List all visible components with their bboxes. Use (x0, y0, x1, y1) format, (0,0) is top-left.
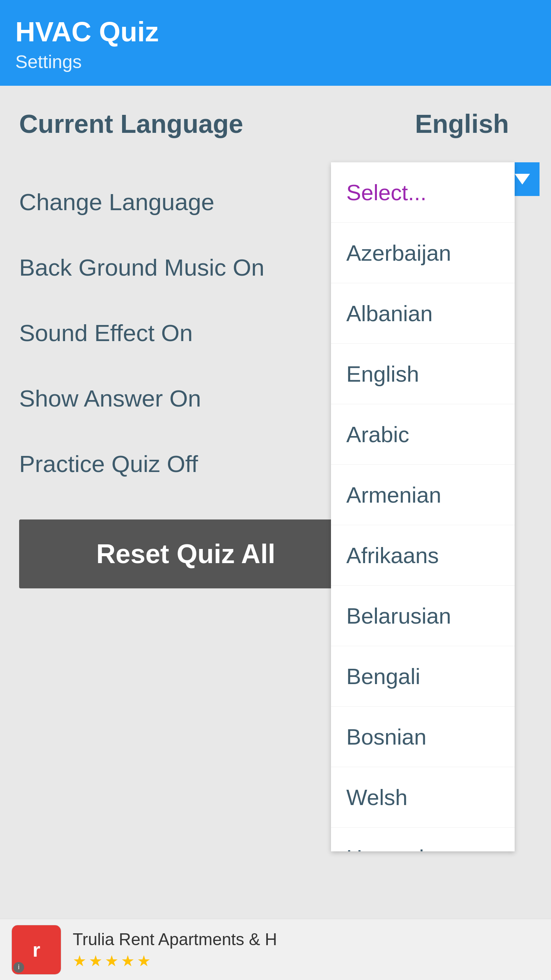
star-3: ★ (105, 952, 119, 970)
dropdown-option-hungarian[interactable]: Hungarian (331, 828, 515, 851)
chevron-down-icon (515, 174, 530, 185)
app-header: HVAC Quiz Settings (0, 0, 551, 86)
dropdown-option-bosnian[interactable]: Bosnian (331, 707, 515, 767)
dropdown-option-albanian[interactable]: Albanian (331, 283, 515, 344)
dropdown-option-english[interactable]: English (331, 344, 515, 404)
dropdown-option-azerbaijan[interactable]: Azerbaijan (331, 223, 515, 283)
reset-quiz-button[interactable]: Reset Quiz All (19, 519, 352, 588)
ad-title: Trulia Rent Apartments & H (73, 930, 540, 949)
dropdown-option-arabic[interactable]: Arabic (331, 404, 515, 465)
dropdown-option-belarusian[interactable]: Belarusian (331, 586, 515, 646)
ad-banner[interactable]: r i Trulia Rent Apartments & H ★ ★ ★ ★ ★ (0, 919, 551, 980)
ad-text-area: Trulia Rent Apartments & H ★ ★ ★ ★ ★ (73, 930, 540, 970)
app-title: HVAC Quiz (15, 15, 536, 48)
ad-stars: ★ ★ ★ ★ ★ (73, 952, 540, 970)
dropdown-option-welsh[interactable]: Welsh (331, 767, 515, 828)
ad-icon-letter: r (33, 938, 40, 961)
settings-content: Current Language English Change Language… (0, 86, 551, 611)
language-dropdown-container: Select... Azerbaijan Albanian English Ar… (505, 162, 540, 196)
star-half: ★ (137, 952, 151, 970)
info-badge-icon: i (13, 962, 24, 973)
dropdown-list[interactable]: Select... Azerbaijan Albanian English Ar… (331, 162, 515, 851)
dropdown-placeholder[interactable]: Select... (331, 162, 515, 223)
star-1: ★ (73, 952, 86, 970)
ad-icon: r i (11, 925, 61, 975)
dropdown-option-armenian[interactable]: Armenian (331, 465, 515, 525)
star-2: ★ (89, 952, 103, 970)
current-language-value: English (415, 109, 532, 139)
current-language-label: Current Language (19, 109, 243, 139)
dropdown-option-bengali[interactable]: Bengali (331, 646, 515, 707)
current-language-row: Current Language English (19, 109, 532, 139)
dropdown-option-afrikaans[interactable]: Afrikaans (331, 525, 515, 586)
page-subtitle: Settings (15, 51, 536, 72)
star-4: ★ (121, 952, 135, 970)
